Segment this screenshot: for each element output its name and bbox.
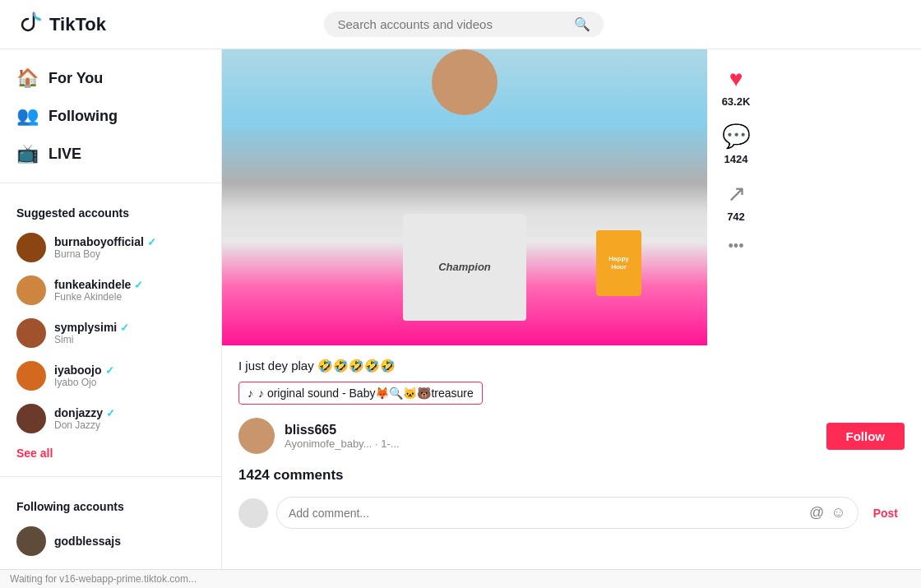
- see-all-button[interactable]: See all: [0, 440, 221, 466]
- video-caption: I just dey play 🤣🤣🤣🤣🤣: [238, 359, 905, 373]
- nav-following[interactable]: 👥 Following: [0, 97, 221, 135]
- creator-info: bliss665 Ayonimofe_baby... · 1-...: [285, 423, 817, 450]
- header: TikTok 🔍: [0, 0, 921, 49]
- account-handle-burna: Burna Boy: [54, 248, 156, 260]
- avatar-burna: [16, 233, 46, 262]
- account-info-burna: burnaboyofficial ✓ Burna Boy: [54, 235, 156, 260]
- avatar-don: [16, 404, 46, 433]
- creator-avatar: [238, 418, 275, 454]
- creator-username[interactable]: bliss665: [285, 423, 817, 438]
- search-bar[interactable]: 🔍: [324, 12, 604, 37]
- account-item-god[interactable]: godblessajs: [0, 520, 221, 563]
- nav-live[interactable]: 📺 LIVE: [0, 135, 221, 173]
- avatar-god: [16, 526, 46, 556]
- avatar-symply: [16, 318, 46, 348]
- logo-text: TikTok: [49, 14, 106, 35]
- heart-icon: ♥: [729, 66, 743, 92]
- search-input[interactable]: [337, 17, 567, 31]
- account-name-symply: symplysimi ✓: [54, 321, 129, 334]
- home-icon: 🏠: [16, 67, 39, 89]
- search-icon[interactable]: 🔍: [574, 16, 590, 32]
- account-item-don[interactable]: donjazzy ✓ Don Jazzy: [0, 397, 221, 440]
- at-icon[interactable]: @: [809, 504, 824, 521]
- account-info-funke: funkeakindele ✓ Funke Akindele: [54, 278, 143, 303]
- account-info-symply: symplysimi ✓ Simi: [54, 321, 129, 345]
- account-info-don: donjazzy ✓ Don Jazzy: [54, 406, 115, 431]
- account-item-funke[interactable]: funkeakindele ✓ Funke Akindele: [0, 269, 221, 312]
- account-name-iyabo: iyaboojo ✓: [54, 363, 114, 377]
- divider-2: [0, 476, 221, 477]
- comment-icons: @ ☺: [809, 504, 846, 521]
- account-handle-iyabo: Iyabo Ojo: [54, 377, 114, 388]
- verified-icon-burna: ✓: [147, 236, 156, 248]
- nav-following-label: Following: [49, 108, 118, 125]
- comments-section: 1424 comments @ ☺ Post: [222, 467, 921, 529]
- tiktok-logo-icon: [16, 12, 43, 38]
- verified-icon-funke: ✓: [134, 279, 143, 291]
- divider-1: [0, 183, 221, 183]
- video-container: Champion HappyHour ♥: [222, 49, 921, 345]
- share-icon: ↗: [727, 180, 746, 207]
- more-button[interactable]: •••: [729, 238, 744, 255]
- creator-row: bliss665 Ayonimofe_baby... · 1-... Follo…: [222, 418, 921, 454]
- live-icon: 📺: [16, 143, 39, 164]
- verified-icon-don: ✓: [106, 407, 115, 419]
- emoji-icon[interactable]: ☺: [831, 504, 845, 521]
- verified-icon-symply: ✓: [120, 322, 129, 334]
- account-item-burna[interactable]: burnaboyofficial ✓ Burna Boy: [0, 226, 221, 269]
- comment-button[interactable]: 💬 1424: [722, 123, 751, 165]
- status-bar: Waiting for v16-webapp-prime.tiktok.com.…: [0, 569, 921, 588]
- comment-count: 1424: [724, 153, 748, 165]
- share-button[interactable]: ↗ 742: [727, 180, 746, 223]
- nav-for-you[interactable]: 🏠 For You: [0, 59, 221, 97]
- sidebar: 🏠 For You 👥 Following 📺 LIVE Suggested a…: [0, 49, 222, 569]
- creator-sub: Ayonimofe_baby... · 1-...: [285, 438, 817, 450]
- share-count: 742: [727, 211, 745, 223]
- video-frame[interactable]: Champion HappyHour: [222, 49, 707, 345]
- follow-button[interactable]: Follow: [826, 423, 905, 450]
- account-info-god: godblessajs: [54, 535, 121, 548]
- account-handle-funke: Funke Akindele: [54, 291, 143, 303]
- main-content: Champion HappyHour ♥: [222, 49, 921, 569]
- comment-input[interactable]: [289, 507, 803, 520]
- commenter-avatar: [238, 498, 268, 528]
- suggested-accounts-title: Suggested accounts: [0, 193, 221, 226]
- video-info: I just dey play 🤣🤣🤣🤣🤣 ♪ ♪ original sound…: [222, 345, 921, 418]
- account-item-iyabo[interactable]: iyaboojo ✓ Iyabo Ojo: [0, 354, 221, 397]
- post-button[interactable]: Post: [867, 507, 905, 520]
- account-info-iyabo: iyaboojo ✓ Iyabo Ojo: [54, 363, 114, 388]
- account-name-funke: funkeakindele ✓: [54, 278, 143, 291]
- account-handle-don: Don Jazzy: [54, 419, 115, 431]
- video-content: Champion HappyHour: [222, 49, 707, 345]
- avatar-funke: [16, 275, 46, 305]
- account-name-don: donjazzy ✓: [54, 406, 115, 419]
- music-icon: ♪: [248, 387, 253, 400]
- following-accounts-title: Following accounts: [0, 487, 221, 520]
- body: 🏠 For You 👥 Following 📺 LIVE Suggested a…: [0, 49, 921, 569]
- video-section: Champion HappyHour ♥: [222, 49, 921, 569]
- account-item-symply[interactable]: symplysimi ✓ Simi: [0, 312, 221, 354]
- side-actions: ♥ 63.2K 💬 1424 ↗ 742 •••: [707, 49, 765, 345]
- verified-icon-iyabo: ✓: [105, 364, 114, 377]
- account-handle-symply: Simi: [54, 334, 129, 345]
- comment-input-row: @ ☺ Post: [238, 497, 905, 529]
- account-name-god: godblessajs: [54, 535, 121, 548]
- following-icon: 👥: [16, 105, 39, 127]
- sound-tag[interactable]: ♪ ♪ original sound - Baby🦊🔍🐱🐻treasure: [238, 382, 483, 405]
- nav-live-label: LIVE: [49, 146, 81, 163]
- sound-label: ♪ original sound - Baby🦊🔍🐱🐻treasure: [258, 387, 474, 400]
- logo: TikTok: [16, 12, 106, 38]
- comments-title: 1424 comments: [238, 467, 905, 484]
- like-count: 63.2K: [722, 95, 751, 108]
- avatar-iyabo: [16, 361, 46, 391]
- comment-icon: 💬: [722, 123, 751, 150]
- video-wrapper: Champion HappyHour ♥: [222, 49, 921, 345]
- like-button[interactable]: ♥ 63.2K: [722, 66, 751, 108]
- nav-for-you-label: For You: [49, 70, 103, 87]
- account-name-burna: burnaboyofficial ✓: [54, 235, 156, 248]
- status-text: Waiting for v16-webapp-prime.tiktok.com.…: [10, 573, 197, 585]
- more-icon: •••: [729, 238, 744, 255]
- comment-input-wrap[interactable]: @ ☺: [276, 497, 859, 529]
